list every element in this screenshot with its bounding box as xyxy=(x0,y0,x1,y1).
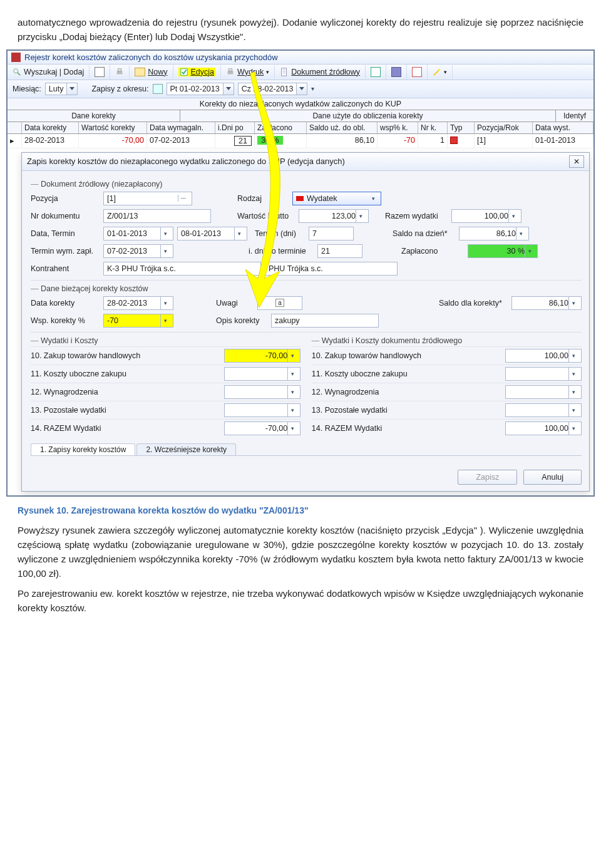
ellipsis-icon[interactable]: ··· xyxy=(178,195,188,202)
wk-row-label: 14. RAZEM Wydatki xyxy=(312,424,382,433)
save-button[interactable]: Zapisz xyxy=(458,470,517,485)
pozycja-label: Pozycja xyxy=(31,194,100,203)
uwagi-label: Uwagi xyxy=(216,299,254,307)
nrdok-label: Nr dokumentu xyxy=(31,212,100,220)
svg-rect-5 xyxy=(228,71,234,74)
wk13-left-input[interactable] xyxy=(224,403,300,417)
wk10-left-input[interactable]: -70,00 xyxy=(224,349,300,363)
col-header[interactable]: Data wymagaln. xyxy=(147,122,215,133)
data-korekty-label: Data korekty xyxy=(31,299,100,307)
wsp-input[interactable]: -70 xyxy=(103,314,173,328)
idp-input[interactable]: 21 xyxy=(317,244,362,258)
chevron-down-icon xyxy=(287,422,297,435)
wk13-right-input[interactable] xyxy=(505,403,582,417)
data1-input[interactable]: 01-01-2013 xyxy=(103,227,173,240)
close-button[interactable]: ✕ xyxy=(569,155,584,168)
cell: -70 xyxy=(378,134,418,148)
wk11-right-input[interactable] xyxy=(505,367,582,381)
tab-wczesniejsze[interactable]: 2. Wcześniejsze korekty xyxy=(136,443,236,455)
source-doc-button[interactable]: Dokument źródłowy xyxy=(275,65,366,79)
col-header[interactable]: Saldo uż. do obl. xyxy=(307,122,378,133)
cell: 01-01-2013 xyxy=(533,134,593,148)
col-header[interactable]: Data wyst. xyxy=(533,122,593,133)
calendar-icon[interactable] xyxy=(153,84,163,94)
opis-label: Opis korekty xyxy=(216,316,267,325)
tool-icon-1[interactable] xyxy=(366,65,386,80)
generic-icon xyxy=(391,67,401,77)
paragraph-3: Po zarejestrowaniu ew. korekt kosztów w … xyxy=(0,586,601,621)
wk12-left-input[interactable] xyxy=(224,385,300,399)
section-korekta: Dane bieżącej korekty kosztów xyxy=(31,280,582,294)
dialog-buttons: Zapisz Anuluj xyxy=(22,463,589,491)
cancel-button[interactable]: Anuluj xyxy=(523,470,582,485)
chevron-down-icon xyxy=(160,245,170,257)
col-header[interactable]: i.Dni po xyxy=(215,122,255,133)
wk10-right-input[interactable]: 100,00 xyxy=(505,349,582,363)
printer-icon xyxy=(115,68,124,76)
edit-button[interactable]: Edycja xyxy=(173,65,222,79)
nrdok-input[interactable]: Z/001/13 xyxy=(103,209,211,223)
chevron-down-icon xyxy=(508,210,518,222)
chevron-down-icon xyxy=(568,404,578,416)
wsp-label: Wsp. korekty % xyxy=(31,316,100,325)
zaplacono-input[interactable]: 30 % xyxy=(468,244,538,258)
col-header[interactable]: Zapłacono xyxy=(255,122,307,133)
tool-icon-3[interactable] xyxy=(407,65,428,80)
svg-rect-6 xyxy=(229,68,232,71)
month-dropdown[interactable]: Luty xyxy=(45,83,78,95)
col-header[interactable]: Pozycja/Rok xyxy=(475,122,533,133)
col-header[interactable]: wsp% k. xyxy=(378,122,418,133)
period-label: Zapisy z okresu: xyxy=(91,85,148,93)
wk14-left-input[interactable]: -70,00 xyxy=(224,421,300,435)
pozycja-input[interactable]: [1]··· xyxy=(103,192,192,205)
wb-input[interactable]: 123,00 xyxy=(299,209,369,223)
razemw-input[interactable]: 100,00 xyxy=(451,209,521,223)
date-to-dropdown[interactable]: Cz 28-02-2013 xyxy=(238,83,308,95)
group-cell: Dane użyte do obliczenia korekty xyxy=(180,110,556,121)
rodzaj-dropdown[interactable]: Wydatek xyxy=(292,192,381,205)
data-korekty-input[interactable]: 28-02-2013 xyxy=(103,296,173,310)
cell xyxy=(448,134,475,148)
tab-zapisy[interactable]: 1. Zapisy korekty kosztów xyxy=(31,443,135,455)
opis-input[interactable]: zakupy xyxy=(271,314,379,328)
tool-icon-2[interactable] xyxy=(386,65,407,80)
generic-icon xyxy=(412,67,422,77)
saldo-input[interactable]: 86,10 xyxy=(459,227,529,240)
wk-row-label: 12. Wynagrodzenia xyxy=(31,388,98,396)
wk-row-label: 11. Koszty uboczne zakupu xyxy=(312,369,408,378)
print-button[interactable] xyxy=(110,65,130,79)
chevron-down-icon xyxy=(296,83,307,95)
group-cell: Identyf xyxy=(556,110,593,121)
col-header[interactable]: Nr k. xyxy=(418,122,448,133)
wk-row-label: 12. Wynagrodzenia xyxy=(312,388,379,396)
col-header[interactable]: Data korekty xyxy=(22,122,79,133)
figure-caption: Rysunek 10. Zarejestrowana korekta koszt… xyxy=(0,497,601,519)
col-header[interactable]: Typ xyxy=(448,122,475,133)
chevron-down-icon xyxy=(568,349,578,362)
chevron-down-icon xyxy=(223,83,234,95)
grid-row[interactable]: ▸ 28-02-2013 -70,00 07-02-2013 21 30 % 8… xyxy=(8,134,593,148)
date-from-dropdown[interactable]: Pt 01-02-2013 xyxy=(167,83,234,95)
new-button[interactable]: Nowy xyxy=(130,65,173,79)
kontrahent-input1[interactable]: K-3 PHU Trójka s.c. xyxy=(103,262,261,276)
chevron-down-icon xyxy=(525,245,534,257)
data2-input[interactable]: 08-01-2013 xyxy=(177,227,247,240)
tool-icon-4[interactable]: ▾ xyxy=(428,65,453,79)
cell: 28-02-2013 xyxy=(22,134,79,148)
uwagi-input[interactable]: a xyxy=(257,296,302,310)
section-wk: Wydatki i Koszty xyxy=(31,336,300,346)
termin-input[interactable]: 7 xyxy=(309,227,354,240)
kontrahent-input2[interactable]: PHU Trójka s.c. xyxy=(265,262,398,276)
sdk-input[interactable]: 86,10 xyxy=(511,296,582,310)
col-header[interactable]: Wartość korekty xyxy=(79,122,147,133)
wk12-right-input[interactable] xyxy=(505,385,582,399)
wk11-left-input[interactable] xyxy=(224,367,300,381)
wk-row-label: 13. Pozostałe wydatki xyxy=(31,406,106,415)
print-dropdown[interactable]: Wydruk ▾ xyxy=(221,65,275,79)
wk14-right-input[interactable]: 100,00 xyxy=(505,421,582,435)
dialog-titlebar: Zapis korekty kosztów do niezapłaconego … xyxy=(22,153,589,171)
twz-input[interactable]: 07-02-2013 xyxy=(103,244,173,258)
group-cell: Dane korekty xyxy=(8,110,180,121)
search-add-button[interactable]: Wyszukaj | Dodaj xyxy=(8,65,90,79)
copy-button[interactable] xyxy=(90,65,110,80)
